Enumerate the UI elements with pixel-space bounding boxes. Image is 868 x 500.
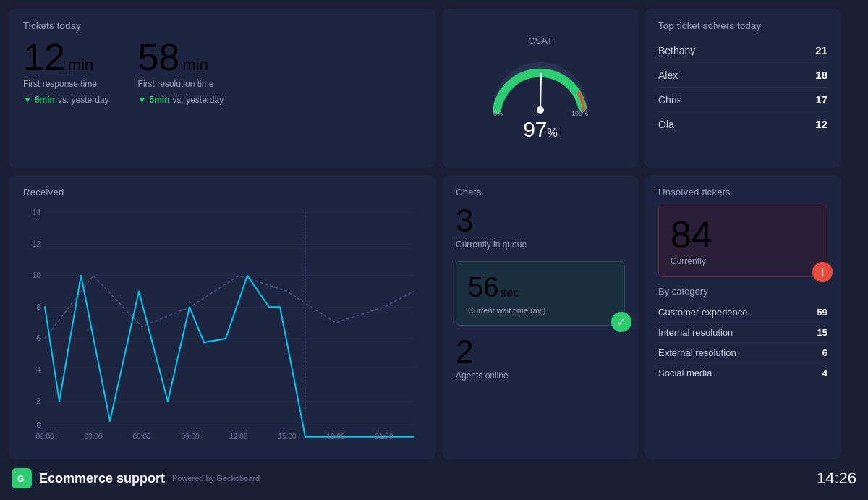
svg-text:06:00: 06:00 [132, 433, 150, 441]
svg-text:14: 14 [33, 208, 41, 216]
first-response-label: First response time [23, 79, 109, 89]
svg-text:0%: 0% [493, 110, 503, 117]
csat-gauge: 0% 100% [486, 52, 595, 120]
unsolved-label: Currently [671, 256, 815, 266]
svg-line-0 [540, 74, 541, 110]
brand-left: G Ecommerce support Powered by Geckoboar… [12, 468, 260, 488]
solver-name: Bethany [658, 45, 695, 56]
clock: 14:26 [817, 469, 856, 488]
category-row: Social media4 [658, 363, 827, 383]
wait-time-value: 56sec [468, 272, 613, 303]
category-row: Customer experience59 [658, 302, 827, 323]
chats-card: Chats 3 Currently in queue 56sec Current… [443, 175, 638, 459]
csat-title: CSAT [528, 35, 553, 46]
agents-value: 2 [456, 336, 625, 368]
category-row: External resolution6 [658, 343, 827, 363]
svg-text:21:00: 21:00 [375, 433, 393, 441]
category-name: Internal resolution [658, 327, 733, 338]
first-resolution-change: ▼ 5min vs. yesterday [138, 95, 224, 105]
check-badge: ✓ [611, 312, 631, 332]
bottom-bar: G Ecommerce support Powered by Geckoboar… [9, 467, 859, 490]
svg-text:100%: 100% [571, 110, 588, 117]
chats-title: Chats [456, 187, 625, 198]
tickets-today-card: Tickets today 12min First response time … [9, 9, 435, 168]
alert-badge: ! [812, 262, 833, 282]
first-resolution-label: First resolution time [138, 79, 224, 89]
top-solvers-title: Top ticket solvers today [658, 20, 827, 31]
svg-text:12:00: 12:00 [229, 433, 247, 441]
queue-value: 3 [456, 205, 625, 237]
solver-count: 17 [815, 93, 827, 106]
category-count: 15 [817, 327, 827, 338]
solver-row: Bethany21 [658, 38, 827, 63]
svg-text:4: 4 [36, 365, 41, 373]
solver-row: Chris17 [658, 88, 827, 112]
solver-count: 12 [815, 118, 827, 130]
top-solvers-card: Top ticket solvers today Bethany21Alex18… [645, 9, 841, 168]
svg-text:10: 10 [33, 271, 41, 279]
received-card: Received 14 12 10 8 6 4 2 0 [9, 175, 435, 459]
by-category: By category Customer experience59Interna… [658, 286, 827, 383]
solver-count: 21 [815, 44, 827, 56]
svg-point-1 [537, 106, 544, 114]
by-category-title: By category [658, 286, 827, 297]
category-count: 4 [822, 368, 827, 378]
category-name: Customer experience [658, 307, 748, 318]
unsolved-card: Unsolved tickets 84 Currently ! By categ… [645, 175, 841, 459]
svg-text:2: 2 [36, 397, 41, 405]
unsolved-title: Unsolved tickets [658, 187, 827, 198]
svg-text:18:00: 18:00 [326, 433, 344, 441]
brand-icon: G [12, 468, 32, 488]
svg-text:8: 8 [36, 302, 41, 310]
category-name: External resolution [658, 347, 736, 358]
svg-text:12: 12 [33, 240, 41, 247]
csat-card: CSAT 0% 100% 97% [443, 9, 638, 168]
category-name: Social media [658, 368, 712, 378]
solver-name: Chris [658, 94, 682, 106]
wait-time-label: Current wait time (av.) [468, 306, 613, 315]
first-response-change: ▼ 6min vs. yesterday [23, 95, 109, 105]
solver-row: Alex18 [658, 63, 827, 88]
powered-by: Powered by Geckoboard [172, 474, 260, 483]
svg-text:09:00: 09:00 [181, 433, 199, 441]
csat-value: 97% [523, 117, 558, 142]
solver-row: Ola12 [658, 112, 827, 136]
queue-metric: 3 Currently in queue [456, 205, 625, 250]
down-arrow-icon: ▼ [138, 95, 147, 105]
category-count: 59 [817, 307, 827, 318]
first-resolution-value: 58min [138, 38, 224, 76]
tickets-today-title: Tickets today [23, 20, 421, 31]
svg-text:03:00: 03:00 [84, 433, 102, 441]
category-count: 6 [822, 347, 827, 358]
svg-text:00:00: 00:00 [35, 433, 54, 441]
svg-text:6: 6 [36, 334, 41, 342]
solver-name: Alex [658, 69, 678, 81]
categories-list: Customer experience59Internal resolution… [658, 302, 827, 383]
svg-text:G: G [17, 474, 24, 484]
down-arrow-icon: ▼ [23, 95, 32, 105]
queue-label: Currently in queue [456, 240, 625, 250]
first-resolution-block: 58min First resolution time ▼ 5min vs. y… [138, 38, 224, 105]
agents-metric: 2 Agents online [456, 336, 625, 381]
unsolved-main: 84 Currently ! [658, 205, 827, 277]
dashboard: Tickets today 12min First response time … [9, 9, 859, 459]
wait-time-block: 56sec Current wait time (av.) ✓ [456, 261, 625, 326]
received-title: Received [23, 187, 421, 198]
solvers-list: Bethany21Alex18Chris17Ola12 [658, 38, 827, 136]
solver-count: 18 [815, 69, 827, 81]
received-chart: 14 12 10 8 6 4 2 0 00:00 03:00 06:00 09:… [23, 205, 421, 449]
svg-text:0: 0 [36, 420, 41, 428]
first-response-block: 12min First response time ▼ 6min vs. yes… [23, 38, 109, 105]
first-response-value: 12min [23, 38, 109, 76]
unsolved-value: 84 [671, 216, 815, 253]
agents-label: Agents online [456, 370, 625, 381]
category-row: Internal resolution15 [658, 323, 827, 343]
solver-name: Ola [658, 119, 674, 130]
brand-name: Ecommerce support [39, 471, 165, 486]
svg-text:15:00: 15:00 [278, 433, 296, 441]
